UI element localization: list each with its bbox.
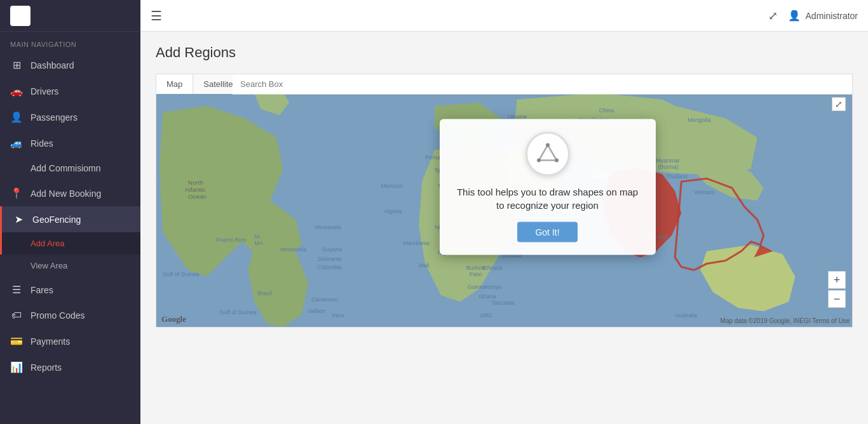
- svg-text:Kenya: Kenya: [485, 284, 501, 290]
- hamburger-button[interactable]: ☰: [151, 8, 162, 23]
- sidebar-subitem-add-area[interactable]: Add Area: [0, 232, 140, 255]
- sidebar-item-add-commission[interactable]: Add Commisiomn: [0, 156, 140, 180]
- map-zoom-controls: + −: [828, 271, 846, 308]
- sidebar-item-rides[interactable]: 🚙 Rides: [0, 130, 140, 156]
- map-search-area: [233, 74, 852, 95]
- sidebar-item-promo-codes[interactable]: 🏷 Promo Codes: [0, 303, 140, 328]
- admin-label: Administrator: [806, 11, 858, 21]
- svg-text:North: North: [188, 179, 203, 186]
- svg-text:Ethiopia: Ethiopia: [482, 265, 503, 272]
- svg-text:Brazil: Brazil: [257, 290, 271, 296]
- map-tabs: Map Satellite: [156, 74, 244, 94]
- map-terms: Map data ©2019 Google, INEGI Terms of Us…: [721, 317, 850, 324]
- got-it-button[interactable]: Got It!: [517, 222, 577, 242]
- sidebar-item-dashboard[interactable]: ⊞ Dashboard: [0, 52, 140, 78]
- sidebar: Main Navigation ⊞ Dashboard 🚗 Drivers 👤 …: [0, 0, 140, 424]
- zoom-in-button[interactable]: +: [828, 271, 846, 289]
- svg-text:Morocco: Morocco: [381, 183, 402, 189]
- rides-icon: 🚙: [10, 137, 23, 149]
- reports-icon: 📊: [10, 361, 23, 373]
- passengers-icon: 👤: [10, 111, 23, 123]
- sidebar-item-label: Dashboard: [31, 60, 74, 70]
- sidebar-item-label: GeoFencing: [32, 215, 81, 225]
- sidebar-item-fares[interactable]: ☰ Fares: [0, 277, 140, 303]
- svg-text:Australia: Australia: [675, 312, 697, 319]
- svg-text:Myanmar: Myanmar: [656, 157, 679, 164]
- brand-logo: [10, 6, 31, 26]
- dashboard-icon: ⊞: [10, 59, 23, 71]
- sidebar-item-label: Add New Booking: [31, 189, 101, 199]
- svg-point-70: [555, 159, 559, 162]
- main-content-area: ☰ ⤢ 👤 Administrator Add Regions Map Sate…: [140, 0, 868, 424]
- fullscreen-button[interactable]: ⤢: [832, 97, 846, 111]
- svg-text:Colombia: Colombia: [318, 264, 342, 270]
- sidebar-subitem-view-area[interactable]: View Area: [0, 255, 140, 277]
- sidebar-item-geofencing[interactable]: ➤ GeoFencing: [0, 206, 140, 232]
- add-area-label: Add Area: [31, 239, 65, 248]
- sidebar-item-payments[interactable]: 💳 Payments: [0, 328, 140, 354]
- svg-text:Vietnam: Vietnam: [694, 189, 715, 195]
- sidebar-item-label: Add Commisiomn: [31, 163, 100, 173]
- svg-text:Mauritania: Mauritania: [403, 240, 430, 246]
- svg-text:NI: NI: [254, 234, 260, 240]
- svg-text:Puerto Rico: Puerto Rico: [217, 237, 247, 243]
- svg-text:Suriname: Suriname: [318, 256, 342, 262]
- svg-text:Faso: Faso: [470, 271, 482, 277]
- view-area-label: View Area: [31, 261, 67, 270]
- promo-icon: 🏷: [10, 310, 23, 321]
- svg-text:Atlantic: Atlantic: [185, 186, 206, 193]
- brand-logo-area: [0, 0, 140, 32]
- svg-text:DRC: DRC: [480, 312, 493, 319]
- svg-text:Cameroon: Cameroon: [311, 296, 338, 303]
- tab-map[interactable]: Map: [156, 74, 193, 94]
- map-container[interactable]: Map Satellite: [156, 74, 853, 328]
- sidebar-item-label: Promo Codes: [31, 310, 85, 321]
- svg-text:Tanzania: Tanzania: [492, 300, 515, 306]
- sidebar-item-passengers[interactable]: 👤 Passengers: [0, 104, 140, 130]
- payments-icon: 💳: [10, 335, 23, 347]
- svg-text:Algeria: Algeria: [384, 208, 402, 215]
- sidebar-item-label: Reports: [31, 362, 62, 373]
- svg-text:Guyana: Guyana: [322, 246, 342, 253]
- sidebar-item-reports[interactable]: 📊 Reports: [0, 354, 140, 380]
- geofencing-icon: ➤: [12, 213, 25, 225]
- nav-section-title: Main Navigation: [0, 32, 140, 52]
- admin-info: 👤 Administrator: [788, 10, 858, 22]
- svg-point-69: [546, 143, 550, 147]
- svg-text:Thailand: Thailand: [665, 173, 687, 180]
- tooltip-text: This tool helps you to draw shapes on ma…: [455, 185, 641, 212]
- svg-text:Gulf of Guinea: Gulf of Guinea: [163, 271, 200, 277]
- tooltip-icon: [526, 132, 570, 176]
- page-title: Add Regions: [156, 44, 853, 61]
- page-content: Add Regions Map Satellite: [140, 32, 868, 424]
- svg-text:MA: MA: [254, 240, 262, 246]
- svg-text:Mali: Mali: [419, 262, 429, 268]
- sidebar-item-label: Rides: [31, 138, 53, 149]
- sidebar-item-label: Drivers: [31, 86, 58, 96]
- drivers-icon: 🚗: [10, 85, 23, 97]
- draw-shape-icon: [536, 143, 559, 166]
- zoom-out-button[interactable]: −: [828, 290, 846, 308]
- svg-text:Mongolia: Mongolia: [688, 117, 710, 123]
- svg-point-71: [537, 159, 541, 162]
- svg-text:Venezuela: Venezuela: [280, 246, 306, 253]
- svg-text:China: China: [599, 107, 614, 114]
- expand-button[interactable]: ⤢: [768, 9, 778, 23]
- sidebar-item-label: Passengers: [31, 112, 78, 123]
- booking-icon: 📍: [10, 187, 23, 199]
- google-watermark: Google: [161, 314, 186, 324]
- map-search-input[interactable]: [233, 74, 852, 95]
- sidebar-item-label: Payments: [31, 336, 70, 347]
- svg-marker-68: [539, 145, 557, 161]
- map-tooltip: This tool helps you to draw shapes on ma…: [440, 119, 656, 255]
- svg-text:Peru: Peru: [332, 312, 344, 319]
- svg-text:Ocean: Ocean: [188, 193, 207, 200]
- sidebar-item-drivers[interactable]: 🚗 Drivers: [0, 78, 140, 104]
- topbar: ☰ ⤢ 👤 Administrator: [140, 0, 868, 32]
- sidebar-item-label: Fares: [31, 285, 53, 295]
- sidebar-item-add-new-booking[interactable]: 📍 Add New Booking: [0, 180, 140, 206]
- svg-text:Guinea: Guinea: [468, 284, 486, 290]
- fares-icon: ☰: [10, 284, 23, 296]
- svg-text:Ghana: Ghana: [479, 293, 496, 300]
- svg-text:Gabon: Gabon: [308, 308, 325, 314]
